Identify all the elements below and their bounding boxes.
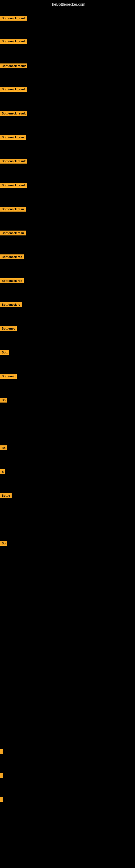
bottleneck-badge: Bottleneck res	[0, 278, 24, 283]
bottleneck-badge: Bottleneck resu	[0, 207, 26, 212]
bottleneck-badge: Bottleneck result	[0, 159, 27, 163]
bottleneck-badge: |	[0, 749, 3, 754]
bottleneck-badge: Bottleneck result	[0, 87, 27, 92]
bottleneck-badge: Bottleneck resu	[0, 135, 26, 140]
bottleneck-badge: Bottleneck resu	[0, 230, 26, 236]
bottleneck-badge: Bottleneck result	[0, 111, 27, 116]
bottleneck-badge: Bottleneck result	[0, 16, 27, 21]
bottleneck-badge: Bo	[0, 445, 7, 450]
bottleneck-badge: Bottle	[0, 493, 12, 498]
bottleneck-badge: Bottleneck re	[0, 302, 22, 307]
bottleneck-badge: |	[0, 797, 3, 802]
bottleneck-badge: Bottleneck result	[0, 63, 27, 68]
bottleneck-badge: Bo	[0, 541, 7, 546]
bottleneck-badge: |	[0, 773, 3, 778]
site-title: TheBottlenecker.com	[0, 0, 135, 9]
bottleneck-badge: Bottleneck result	[0, 183, 27, 188]
bottleneck-badge: B	[0, 469, 5, 474]
bottleneck-badge: Bottleneck res	[0, 254, 24, 259]
bottleneck-badge: Bottlenec	[0, 374, 17, 379]
bottleneck-badge: Bo	[0, 398, 7, 403]
bottleneck-badge: Bottleneck result	[0, 39, 27, 44]
bottleneck-badge: Bott	[0, 350, 9, 355]
bottleneck-badge: Bottlenec	[0, 326, 17, 331]
